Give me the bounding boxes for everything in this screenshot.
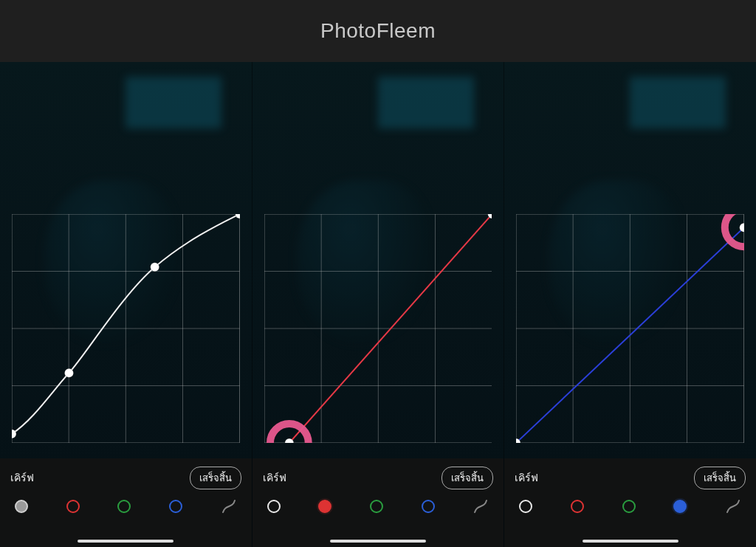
channel-green[interactable] xyxy=(370,500,383,513)
photo-bg xyxy=(378,77,474,128)
channel-red[interactable] xyxy=(571,500,584,513)
app-title: PhotoFleem xyxy=(320,19,436,43)
panel-white: เคิร์ฟ เสร็จสิ้น xyxy=(0,62,252,547)
channel-white[interactable] xyxy=(267,500,281,513)
channel-white[interactable] xyxy=(15,500,28,513)
photo-bg xyxy=(630,77,726,128)
channel-white[interactable] xyxy=(519,500,532,513)
panel-footer: เคิร์ฟ เสร็จสิ้น xyxy=(252,458,504,547)
channel-green[interactable] xyxy=(117,500,131,513)
channel-blue[interactable] xyxy=(169,500,182,513)
panel-footer: เคิร์ฟ เสร็จสิ้น xyxy=(0,458,252,547)
channel-red[interactable] xyxy=(66,500,80,513)
home-indicator xyxy=(583,540,678,543)
curve-label: เคิร์ฟ xyxy=(10,469,34,486)
channel-red[interactable] xyxy=(318,500,331,513)
curve-editor[interactable] xyxy=(264,214,492,443)
home-indicator xyxy=(78,540,173,543)
reset-curve-icon[interactable] xyxy=(725,498,741,515)
curve-editor[interactable] xyxy=(516,214,744,443)
panel-red: เคิร์ฟ เสร็จสิ้น xyxy=(252,62,505,547)
curve-point[interactable] xyxy=(64,368,73,377)
channel-blue[interactable] xyxy=(673,500,687,513)
curve-label: เคิร์ฟ xyxy=(263,469,286,486)
done-button[interactable]: เสร็จสิ้น xyxy=(441,467,493,489)
curve-editor[interactable] xyxy=(12,214,240,443)
reset-curve-icon[interactable] xyxy=(221,498,237,515)
app-header: PhotoFleem xyxy=(0,0,756,62)
curve-point[interactable] xyxy=(236,214,240,219)
panels-row: เคิร์ฟ เสร็จสิ้น xyxy=(0,62,756,547)
done-button[interactable]: เสร็จสิ้น xyxy=(190,467,241,489)
channel-blue[interactable] xyxy=(422,500,435,513)
home-indicator xyxy=(330,540,426,543)
curve-point[interactable] xyxy=(151,263,159,272)
channel-green[interactable] xyxy=(622,500,636,513)
photo-bg xyxy=(126,77,221,128)
reset-curve-icon[interactable] xyxy=(472,498,489,515)
curve-label: เคิร์ฟ xyxy=(515,469,538,486)
done-button[interactable]: เสร็จสิ้น xyxy=(694,467,746,489)
panel-footer: เคิร์ฟ เสร็จสิ้น xyxy=(504,458,756,547)
panel-blue: เคิร์ฟ เสร็จสิ้น xyxy=(504,62,756,547)
